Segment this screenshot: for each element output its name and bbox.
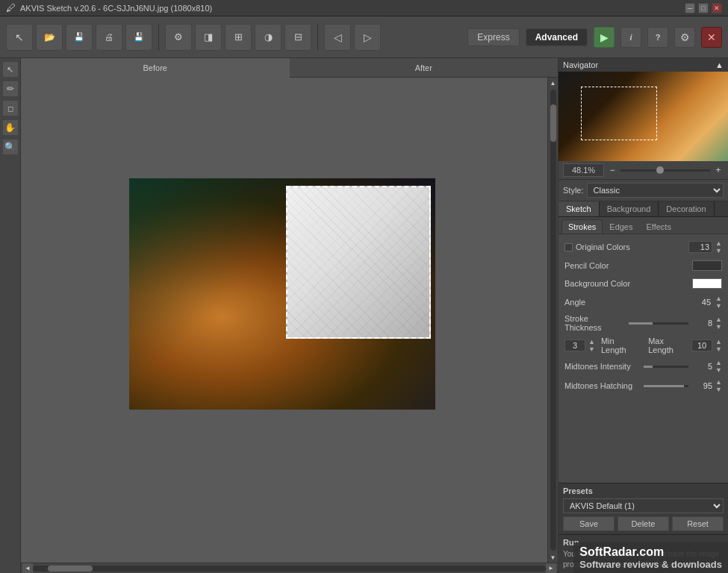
- navigator-preview[interactable]: [559, 72, 728, 161]
- minimize-button[interactable]: ─: [685, 3, 695, 13]
- advanced-mode-button[interactable]: Advanced: [526, 28, 588, 46]
- navigator-title: Navigator: [563, 60, 598, 69]
- midtones-intensity-spin-up[interactable]: ▲: [715, 359, 722, 366]
- stroke-thickness-row: Stroke Thickness 8 ▲ ▼: [559, 312, 728, 334]
- edges-sub-tab[interactable]: Edges: [603, 219, 639, 234]
- left-toolbar: ↖ ✏ ◻ ✋ 🔍: [0, 58, 21, 573]
- background-color-label: Background Color: [564, 279, 689, 288]
- after-tab[interactable]: After: [290, 58, 559, 78]
- angle-spin-down[interactable]: ▼: [715, 302, 722, 310]
- settings-tool-icon[interactable]: ⚙: [165, 24, 192, 51]
- preset-delete-button[interactable]: Delete: [617, 516, 669, 531]
- pencil-color-row: Pencil Color: [559, 257, 728, 275]
- v-scroll-track[interactable]: [550, 90, 556, 551]
- original-colors-input[interactable]: [688, 241, 712, 253]
- presets-section: Presets AKVIS Default (1) Save Delete Re…: [559, 483, 728, 534]
- zoom-tool[interactable]: 🔍: [2, 139, 19, 155]
- zoom-slider[interactable]: [620, 169, 710, 172]
- compare-tool-icon[interactable]: ◨: [195, 24, 222, 51]
- print-tool-icon[interactable]: 🖨: [96, 24, 122, 51]
- canvas-scroll-area[interactable]: [21, 78, 547, 563]
- sketch-tab[interactable]: Sketch: [559, 201, 600, 216]
- zoom-slider-thumb[interactable]: [656, 166, 664, 174]
- sketch-overlay: [286, 186, 431, 339]
- maximize-button[interactable]: □: [698, 3, 709, 13]
- settings-panel: Original Colors ▲ ▼ Pencil Color Backgro…: [559, 234, 728, 483]
- hand-tool[interactable]: ✋: [2, 119, 19, 136]
- close-button[interactable]: ✕: [712, 3, 722, 13]
- panel-tabs: Sketch Background Decoration: [559, 201, 728, 217]
- original-colors-spin-down[interactable]: ▼: [715, 247, 722, 254]
- stroke-thickness-value: 8: [691, 319, 712, 328]
- canvas-content-row: ▲ ▼: [21, 78, 558, 563]
- horizontal-scrollbar[interactable]: ◄ ►: [21, 563, 558, 573]
- style-select[interactable]: Classic: [587, 183, 724, 198]
- h-scroll-track[interactable]: [33, 566, 546, 572]
- zoom-level-display[interactable]: 48.1%: [563, 163, 604, 177]
- zoom-in-button[interactable]: +: [713, 165, 724, 175]
- background-tab[interactable]: Background: [600, 201, 659, 216]
- navigator-collapse-icon[interactable]: ▲: [715, 60, 724, 69]
- preset-select[interactable]: AKVIS Default (1): [563, 498, 724, 513]
- original-colors-checkbox[interactable]: [564, 243, 573, 251]
- min-length-input[interactable]: [564, 339, 585, 351]
- angle-spin-up[interactable]: ▲: [715, 295, 722, 302]
- h-scroll-right-arrow[interactable]: ►: [546, 563, 556, 574]
- save-before-tool-icon[interactable]: 💾: [66, 24, 93, 51]
- zoom-out-button[interactable]: −: [607, 165, 617, 175]
- info-button[interactable]: i: [620, 27, 641, 48]
- canvas-area: Before After ▲ ▼: [21, 58, 558, 573]
- decoration-tab[interactable]: Decoration: [659, 201, 714, 216]
- h-scroll-thumb[interactable]: [48, 566, 93, 572]
- stroke-thickness-spin-down[interactable]: ▼: [715, 323, 722, 331]
- express-mode-button[interactable]: Express: [467, 28, 519, 46]
- close-panel-button[interactable]: ✕: [701, 27, 722, 48]
- original-colors-spin-up[interactable]: ▲: [715, 239, 722, 247]
- midtones-hatching-spin-up[interactable]: ▲: [715, 378, 722, 386]
- forward-tool-icon[interactable]: ▷: [354, 24, 381, 51]
- stroke-thickness-spin-up[interactable]: ▲: [715, 316, 722, 323]
- pencil-tool[interactable]: ✏: [2, 81, 19, 97]
- min-length-spin-up[interactable]: ▲: [588, 338, 595, 345]
- run-play-button[interactable]: ▶: [594, 27, 615, 48]
- midtones-intensity-slider[interactable]: [644, 366, 688, 368]
- min-length-spin-down[interactable]: ▼: [588, 345, 595, 353]
- batch-tool-icon[interactable]: ⊞: [225, 24, 252, 51]
- v-scroll-down-arrow[interactable]: ▼: [550, 552, 556, 563]
- run-label: Run: [563, 538, 724, 547]
- save-after-tool-icon[interactable]: 💾: [125, 24, 152, 51]
- pencil-color-swatch[interactable]: [692, 260, 722, 271]
- stroke-thickness-slider[interactable]: [629, 322, 688, 325]
- before-tab[interactable]: Before: [21, 58, 290, 78]
- midtones-hatching-slider[interactable]: [644, 385, 688, 387]
- help-button[interactable]: ?: [647, 27, 668, 48]
- midtones-intensity-value: 5: [691, 362, 712, 371]
- v-scroll-thumb[interactable]: [550, 104, 556, 142]
- gear-button[interactable]: ⚙: [674, 27, 695, 48]
- max-length-spin-up[interactable]: ▲: [715, 338, 722, 345]
- angle-label: Angle: [564, 298, 687, 307]
- eraser-tool[interactable]: ◻: [2, 100, 19, 116]
- original-colors-row: Original Colors ▲ ▼: [559, 237, 728, 257]
- max-length-spin-down[interactable]: ▼: [715, 345, 722, 353]
- vertical-scrollbar[interactable]: ▲ ▼: [547, 78, 558, 563]
- open-tool-icon[interactable]: 📂: [36, 24, 63, 51]
- midtones-hatching-spin-down[interactable]: ▼: [715, 386, 722, 393]
- v-scroll-up-arrow[interactable]: ▲: [550, 78, 556, 88]
- background-color-swatch[interactable]: [692, 278, 722, 289]
- preset-save-button[interactable]: Save: [563, 516, 615, 531]
- pointer-tool[interactable]: ↖: [2, 61, 19, 78]
- style-label: Style:: [563, 186, 584, 195]
- color-tool-icon[interactable]: ◑: [255, 24, 281, 51]
- max-length-input[interactable]: [691, 339, 712, 351]
- strokes-sub-tab[interactable]: Strokes: [561, 219, 603, 234]
- cursor-tool-icon[interactable]: ↖: [6, 24, 33, 51]
- back-tool-icon[interactable]: ◁: [324, 24, 351, 51]
- layer-tool-icon[interactable]: ⊟: [284, 24, 311, 51]
- effects-sub-tab[interactable]: Effects: [640, 219, 678, 234]
- run-section: Run You have to press the button to have…: [559, 534, 728, 573]
- preset-reset-button[interactable]: Reset: [672, 516, 724, 531]
- toolbar-separator-1: [158, 24, 159, 51]
- h-scroll-left-arrow[interactable]: ◄: [22, 563, 33, 574]
- midtones-intensity-spin-down[interactable]: ▼: [715, 366, 722, 374]
